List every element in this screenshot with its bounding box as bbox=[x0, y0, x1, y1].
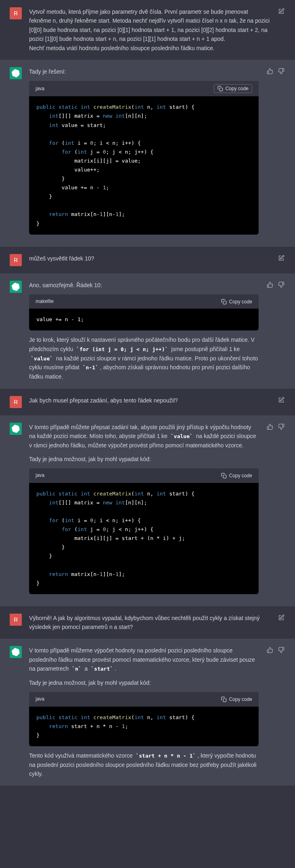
thumbs-down-button[interactable] bbox=[277, 281, 285, 289]
edit-button[interactable] bbox=[277, 254, 285, 262]
user-message: R Vytvoř metodu, která příjme jako param… bbox=[0, 0, 295, 60]
thumbs-up-button[interactable] bbox=[266, 646, 274, 654]
message-content: V tomto případě můžeme výpočet hodnoty n… bbox=[29, 646, 259, 778]
user-avatar: R bbox=[10, 396, 22, 408]
message-content: Tady je řešení: java Copy code public st… bbox=[29, 67, 259, 239]
edit-button[interactable] bbox=[277, 396, 285, 404]
message-content: V tomto případě můžete přepsat zadání ta… bbox=[29, 423, 259, 599]
copy-code-button[interactable]: Copy code bbox=[221, 697, 252, 702]
code-block: java Copy code public static int createM… bbox=[29, 468, 259, 594]
svg-rect-1 bbox=[223, 301, 226, 304]
message-content: Výborně! A jak by algoritmus vypadal, kd… bbox=[29, 614, 270, 632]
assistant-avatar bbox=[10, 281, 22, 293]
code-block: makefile Copy code value += n - 1; bbox=[29, 294, 259, 330]
message-content: Ano, samozřejmě. Řádek 10: makefile Copy… bbox=[29, 281, 259, 381]
edit-button[interactable] bbox=[277, 614, 285, 622]
user-avatar: R bbox=[10, 614, 22, 626]
assistant-message: V tomto případě můžete přepsat zadání ta… bbox=[0, 415, 295, 606]
message-actions bbox=[277, 7, 285, 15]
assistant-message: V tomto případě můžeme výpočet hodnoty n… bbox=[0, 639, 295, 785]
svg-rect-2 bbox=[223, 475, 226, 478]
code-content: public static int createMatrix(int n, in… bbox=[29, 707, 259, 746]
code-header: java Copy code bbox=[29, 468, 259, 483]
message-actions bbox=[277, 254, 285, 262]
code-header: java Copy code bbox=[29, 81, 259, 96]
message-content: můžeš vysvětlit řádek 10? bbox=[29, 254, 270, 263]
code-block: java Copy code public static int createM… bbox=[29, 81, 259, 234]
thumbs-down-button[interactable] bbox=[277, 423, 285, 431]
user-avatar: R bbox=[10, 7, 22, 19]
assistant-avatar bbox=[10, 67, 22, 79]
copy-code-button[interactable]: Copy code bbox=[221, 299, 252, 305]
code-lang: makefile bbox=[36, 298, 54, 305]
thumbs-down-button[interactable] bbox=[277, 646, 285, 654]
thumbs-up-button[interactable] bbox=[266, 281, 274, 289]
message-actions bbox=[266, 67, 285, 75]
assistant-avatar bbox=[10, 423, 22, 435]
intro-text: V tomto případě můžeme výpočet hodnoty n… bbox=[29, 646, 259, 673]
code-content: public static int createMatrix(int n, in… bbox=[29, 96, 259, 234]
code-header: java Copy code bbox=[29, 692, 259, 706]
message-content: Jak bych musel přepsat zadání, abys tent… bbox=[29, 396, 270, 405]
message-content: Vytvoř metodu, která příjme jako paramet… bbox=[29, 7, 270, 53]
user-message: R můžeš vysvětlit řádek 10? bbox=[0, 247, 295, 273]
user-message: R Výborně! A jak by algoritmus vypadal, … bbox=[0, 606, 295, 639]
code-header: makefile Copy code bbox=[29, 294, 259, 309]
message-actions bbox=[266, 646, 285, 654]
assistant-message: Tady je řešení: java Copy code public st… bbox=[0, 60, 295, 247]
outro-text: Tento kód využívá matematického vzorce `… bbox=[29, 751, 259, 779]
message-actions bbox=[266, 423, 285, 431]
thumbs-down-button[interactable] bbox=[277, 67, 285, 75]
code-lang: java bbox=[36, 695, 44, 703]
user-message: R Jak bych musel přepsat zadání, abys te… bbox=[0, 389, 295, 415]
thumbs-up-button[interactable] bbox=[266, 67, 274, 75]
svg-rect-3 bbox=[223, 699, 226, 702]
svg-rect-0 bbox=[219, 88, 223, 91]
code-content: value += n - 1; bbox=[29, 309, 259, 330]
intro-text: V tomto případě můžete přepsat zadání ta… bbox=[29, 423, 259, 450]
assistant-message: Ano, samozřejmě. Řádek 10: makefile Copy… bbox=[0, 273, 295, 389]
edit-button[interactable] bbox=[277, 7, 285, 15]
message-actions bbox=[277, 614, 285, 622]
explanation-text: Je to krok, který slouží k nastavení spr… bbox=[29, 335, 259, 381]
code-lang: java bbox=[36, 472, 44, 479]
copy-code-button[interactable]: Copy code bbox=[214, 84, 252, 93]
code-block: java Copy code public static int createM… bbox=[29, 692, 259, 746]
code-lang: java bbox=[36, 85, 44, 93]
message-actions bbox=[277, 396, 285, 404]
code-content: public static int createMatrix(int n, in… bbox=[29, 483, 259, 594]
copy-code-button[interactable]: Copy code bbox=[221, 473, 252, 478]
user-avatar: R bbox=[10, 254, 22, 266]
assistant-avatar bbox=[10, 646, 22, 658]
message-actions bbox=[266, 281, 285, 289]
thumbs-up-button[interactable] bbox=[266, 423, 274, 431]
